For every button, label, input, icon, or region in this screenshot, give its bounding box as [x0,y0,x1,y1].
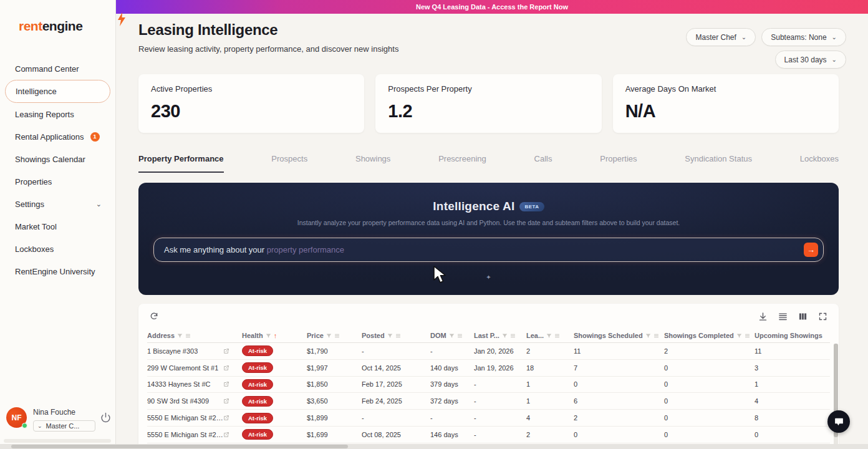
column-header-label: DOM [430,332,446,339]
table-row[interactable]: 5550 E Michigan St #2332 At-risk $1,899 … [147,410,830,427]
external-link-icon[interactable] [223,365,229,371]
filter-funnel-icon[interactable] [387,333,393,339]
chat-bubble-icon [834,417,844,427]
row-density-button[interactable] [778,312,788,321]
team-select-value: Master C... [46,422,80,430]
filter-funnel-icon[interactable] [266,333,271,339]
column-menu-icon[interactable] [395,333,401,339]
cell-last-p: Jan 20, 2026 [474,347,526,355]
sidebar-item[interactable]: Lockboxes [0,238,115,260]
cell-upcoming-showings: 0 [755,431,828,438]
table-row[interactable]: 1 Biscayne #303 At-risk $1,790 - - Jan 2… [147,343,830,360]
filter-funnel-icon[interactable] [546,333,552,339]
tab-label: Lockboxes [800,154,839,163]
filter-dropdown[interactable]: Master Chef ⌄ [686,28,756,46]
logo-text-engine: engine [42,19,83,33]
column-menu-icon[interactable] [457,333,463,339]
table-row[interactable]: 5550 E Michigan St #2332 At-risk $1,699 … [147,427,830,443]
chat-widget-button[interactable] [827,410,850,433]
sidebar-item[interactable]: Properties [0,170,115,193]
ai-send-button[interactable]: → [804,243,818,257]
table-row[interactable]: 299 W Claremont St #1 At-risk $1,997 Oct… [147,360,830,377]
column-header[interactable]: Price [307,332,362,339]
ai-question-input[interactable]: Ask me anything about your property perf… [153,238,824,262]
download-button[interactable] [758,312,768,321]
cell-last-p: - [474,414,526,422]
tab-label: Prescreening [438,154,486,163]
cell-upcoming-showings: 11 [755,347,828,355]
table-row[interactable]: 90 SW 3rd St #4309 At-risk $3,650 Feb 24… [147,393,830,410]
column-header[interactable]: Last P... [474,332,526,339]
tab[interactable]: Showings [355,154,390,173]
column-menu-icon[interactable] [653,333,659,339]
sidebar: rentengine Command Center Intelligence L… [0,0,116,449]
filter-funnel-icon[interactable] [177,333,183,339]
sidebar-item[interactable]: Leasing Reports [0,103,115,125]
cell-dom: 146 days [430,431,474,438]
tab[interactable]: Property Performance [138,154,224,173]
horizontal-scrollbar[interactable] [0,444,868,449]
filter-funnel-icon[interactable] [736,333,742,339]
sidebar-item-label: Properties [15,177,52,186]
column-header[interactable]: Health ↑ [242,332,307,339]
column-header[interactable]: Address [147,332,242,339]
filter-funnel-icon[interactable] [449,333,455,339]
tab[interactable]: Calls [534,154,552,173]
filter-dropdown[interactable]: Subteams: None ⌄ [761,28,846,46]
column-menu-icon[interactable] [554,333,560,339]
sidebar-item[interactable]: RentEngine University [0,260,115,282]
external-link-icon[interactable] [223,415,229,421]
refresh-button[interactable] [150,312,158,321]
external-link-icon[interactable] [223,398,229,404]
column-header[interactable]: Posted [362,332,430,339]
column-menu-icon[interactable] [334,333,340,339]
sidebar-item[interactable]: Rental Applications 1 [0,125,115,148]
stat-label: Prospects Per Property [388,84,589,94]
sidebar-item[interactable]: Settings ⌄ [0,193,115,215]
column-header-label: Health [242,332,263,339]
column-menu-icon[interactable] [745,333,750,339]
sidebar-item[interactable]: Command Center [0,57,115,80]
cell-last-p: - [474,397,526,405]
cell-showings-scheduled: 7 [574,364,664,372]
external-link-icon[interactable] [223,432,229,438]
filter-funnel-icon[interactable] [502,333,508,339]
sidebar-scrollbar[interactable] [4,439,111,443]
column-header[interactable]: Showings Scheduled [574,332,664,339]
rentengine-logo[interactable]: rentengine [19,19,115,34]
tab[interactable]: Prospects [271,154,307,173]
column-menu-icon[interactable] [510,333,516,339]
sort-asc-icon[interactable]: ↑ [274,332,277,339]
filter-funnel-icon[interactable] [645,333,651,339]
team-select[interactable]: ⌄ Master C... [33,420,95,432]
column-manager-button[interactable] [798,312,808,321]
external-link-icon[interactable] [223,348,229,354]
column-header[interactable]: Lea... [526,332,574,339]
table-row[interactable]: 14333 Haynes St #C At-risk $1,850 Feb 17… [147,377,830,393]
cell-lea: 2 [526,347,574,355]
sidebar-item[interactable]: Showings Calendar [0,148,115,170]
tab[interactable]: Properties [600,154,637,173]
external-link-icon[interactable] [223,381,229,387]
tab[interactable]: Lockboxes [800,154,839,173]
cell-showings-completed: 0 [664,431,755,438]
cell-showings-completed: 0 [664,364,755,372]
column-header[interactable]: Upcoming Showings [755,332,828,339]
cell-price: $3,650 [307,397,362,405]
filter-funnel-icon[interactable] [326,333,332,339]
date-range-dropdown[interactable]: Last 30 days ⌄ [775,51,846,69]
fullscreen-button[interactable] [818,312,827,321]
column-menu-icon[interactable] [185,333,191,339]
cell-upcoming-showings: 1 [755,380,828,388]
tab[interactable]: Prescreening [438,154,486,173]
column-header[interactable]: Showings Completed [664,332,755,339]
tab[interactable]: Syndication Status [685,154,752,173]
column-header[interactable]: DOM [430,332,474,339]
sidebar-item[interactable]: Market Tool [0,215,115,238]
cell-price: $1,997 [307,364,362,372]
sidebar-item[interactable]: Intelligence [5,80,110,103]
promo-banner[interactable]: New Q4 Leasing Data - Access the Report … [116,0,868,14]
avatar[interactable]: NF [6,407,27,428]
notification-badge: 1 [90,132,100,142]
logout-power-button[interactable] [100,412,111,425]
